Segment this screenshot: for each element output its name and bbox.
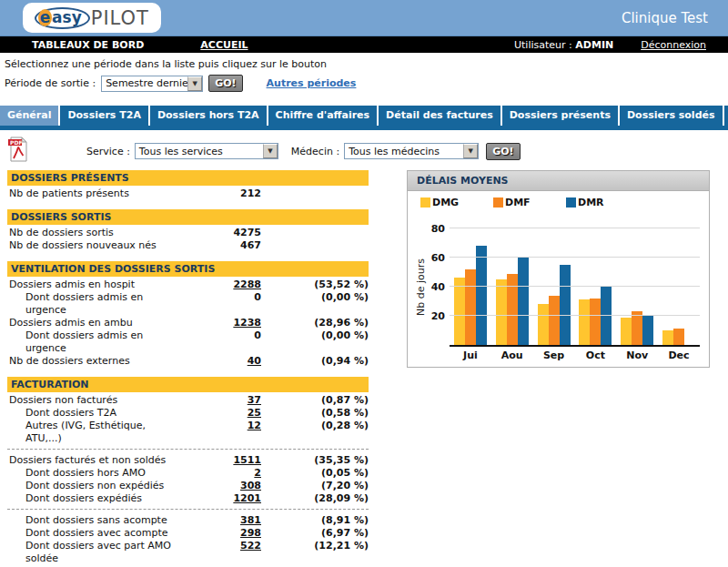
stat-percent: (7,20 %) (261, 480, 369, 492)
stat-value-link[interactable]: 40 (184, 355, 261, 368)
x-tick-label: Dec (661, 349, 697, 361)
stat-value: 212 (184, 187, 261, 200)
period-label: Période de sortie : (5, 77, 96, 89)
bar-dmr-nov (642, 316, 653, 345)
bar-dmf-nov (632, 311, 642, 345)
stat-row: Dont dossiers hors AMO2(0,05 %) (7, 467, 369, 480)
y-tick-label: 60 (422, 252, 445, 264)
section-header-facturation: FACTURATION (7, 377, 369, 392)
stat-label: Nb de dossiers externes (7, 355, 184, 368)
logo-e-badge: e (38, 9, 52, 26)
medecin-select[interactable]: Tous les médecins ▼ (344, 143, 479, 159)
x-tick-label: Sep (536, 349, 572, 361)
y-tick-label: 20 (422, 310, 445, 322)
tab-bar-strip (0, 126, 728, 130)
stat-percent: (35,35 %) (261, 454, 369, 467)
stat-label: Nb de dossiers nouveaux nés (7, 239, 184, 252)
service-select[interactable]: Tous les services ▼ (135, 143, 278, 159)
stat-value-link[interactable]: 298 (184, 527, 261, 540)
bar-dmr-oct (601, 287, 612, 345)
stat-label: Dont dossiers avec acompte (7, 527, 184, 540)
bar-dmg-aou (496, 279, 507, 345)
logo-pilot-text: PILOT (91, 7, 149, 29)
stat-value: 4275 (184, 227, 261, 239)
tab-dossiers-presents[interactable]: Dossiers présents (502, 106, 618, 126)
delais-moyens-panel: DÉLAIS MOYENS DMGDMFDMR Nb de jours 2040… (407, 170, 710, 368)
tab-dossiers-hors-t2a[interactable]: Dossiers hors T2A (150, 106, 267, 126)
legend-label: DMF (505, 197, 531, 208)
stat-value-link[interactable]: 308 (184, 480, 261, 492)
stat-label: Dossiers admis en hospit (7, 278, 184, 291)
bar-dmf-oct (590, 299, 601, 345)
stat-percent: (28,09 %) (261, 492, 369, 505)
medecin-label: Médecin : (291, 146, 339, 157)
legend-item-dmg: DMG (420, 197, 493, 208)
logout-link[interactable]: Déconnexion (641, 39, 706, 51)
x-tick-label: Jui (452, 349, 489, 361)
filter-row: PDF Service : Tous les services ▼ Médeci… (0, 137, 728, 166)
clinic-name: Clinique Test (622, 10, 708, 26)
tab-services[interactable]: Services (724, 106, 728, 126)
stat-label: Dont dossiers admis en urgence (7, 329, 184, 355)
stat-percent: (53,52 %) (261, 278, 369, 291)
stat-row: Nb de dossiers sortis4275 (7, 227, 369, 239)
tab-dossiers-soldes[interactable]: Dossiers soldés (620, 106, 723, 126)
stat-percent: (8,91 %) (261, 514, 369, 527)
stat-value-link[interactable]: 1511 (184, 454, 261, 467)
user-name: ADMIN (575, 39, 613, 51)
bar-group-oct (579, 221, 612, 345)
period-go-button[interactable]: GO! (208, 75, 242, 92)
stat-label: Autres (IVG, Esthétique, ATU,...) (7, 420, 184, 445)
x-tick-label: Nov (619, 349, 655, 361)
tab-chiffre-d-affaires[interactable]: Chiffre d'affaires (268, 106, 378, 126)
svg-text:PDF: PDF (10, 139, 22, 146)
stat-value-link[interactable]: 1238 (184, 317, 261, 329)
stat-label: Dossiers non facturés (7, 394, 184, 407)
stat-value-link[interactable]: 1201 (184, 492, 261, 505)
section-header-dossiers-presents: DOSSIERS PRÉSENTS (7, 170, 369, 186)
period-select[interactable]: Semestre dernier ▼ (101, 76, 203, 92)
legend-swatch-dmr (566, 197, 576, 208)
stat-value-link[interactable]: 25 (184, 407, 261, 420)
tab-detail-des-factures[interactable]: Détail des factures (379, 106, 500, 126)
gridline (450, 315, 700, 316)
y-tick-label: 80 (422, 223, 445, 235)
stat-label: Nb de patients présents (7, 187, 184, 200)
bar-dmr-jui (476, 246, 487, 345)
filters-go-button[interactable]: GO! (486, 143, 520, 160)
legend-item-dmr: DMR (566, 197, 639, 208)
stat-row: Dont dossiers avec part AMO soldée522(12… (7, 540, 369, 565)
stat-row: Nb de patients présents212 (7, 187, 369, 200)
stat-percent: (0,00 %) (261, 291, 369, 304)
stat-row: Dossiers facturés et non soldés1511(35,3… (7, 454, 369, 467)
tab-dossiers-t2a[interactable]: Dossiers T2A (60, 106, 148, 126)
other-periods-link[interactable]: Autres périodes (267, 77, 357, 89)
bar-dmg-nov (621, 318, 632, 345)
stat-row: Dont dossiers avec acompte298(6,97 %) (7, 527, 369, 540)
home-link[interactable]: ACCUEIL (200, 39, 248, 51)
stat-label: Nb de dossiers sortis (7, 227, 184, 239)
stat-value-link[interactable]: 2288 (184, 278, 261, 291)
stat-label: Dont dossiers expédiés (7, 492, 184, 505)
bar-group-aou (496, 221, 529, 345)
stat-row: Dont dossiers T2A25(0,58 %) (7, 407, 369, 420)
stat-percent: (0,05 %) (261, 467, 369, 480)
stat-value-link[interactable]: 381 (184, 514, 261, 527)
tab-bar: GénéralDossiers T2ADossiers hors T2AChif… (0, 106, 728, 126)
stat-row: Dossiers non facturés37(0,87 %) (7, 394, 369, 407)
stat-value-link[interactable]: 37 (184, 394, 261, 407)
section-header-dossiers-sortis: DOSSIERS SORTIS (7, 209, 369, 225)
stat-value: 467 (184, 239, 261, 252)
stat-label: Dont dossiers sans acompte (7, 514, 184, 527)
chart-legend: DMGDMFDMR (408, 191, 709, 208)
stat-row: Dossiers admis en ambu1238(28,96 %) (7, 317, 369, 329)
bar-dmr-sep (560, 265, 571, 345)
tab-general[interactable]: Général (0, 106, 58, 126)
pdf-export-icon[interactable]: PDF (7, 136, 29, 166)
stat-value-link[interactable]: 522 (184, 540, 261, 552)
chevron-down-icon: ▼ (187, 76, 202, 91)
bar-dmf-jui (465, 269, 476, 345)
stat-value-link[interactable]: 2 (184, 467, 261, 480)
bar-group-nov (621, 221, 653, 345)
stat-value-link[interactable]: 12 (184, 420, 261, 432)
